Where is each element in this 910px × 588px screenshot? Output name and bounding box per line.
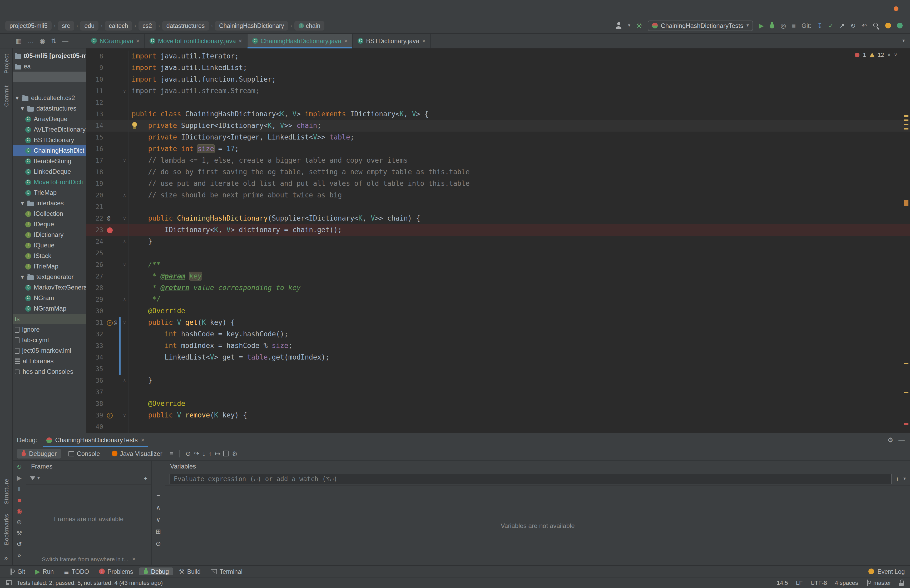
line-number[interactable]: 36 xyxy=(86,375,105,386)
tree-item[interactable]: CNGramMap xyxy=(13,303,86,314)
step-over-icon[interactable]: ↷ xyxy=(194,450,199,457)
prev-problem-icon[interactable]: ∧ xyxy=(887,52,891,57)
code-line[interactable]: 26∨ /** xyxy=(86,259,910,271)
tree-item[interactable]: CMarkovTextGenera xyxy=(13,282,86,293)
rerun-icon[interactable]: ↻ xyxy=(16,464,22,470)
tree-item[interactable]: IITrieMap xyxy=(13,261,86,271)
line-number[interactable]: 24 xyxy=(86,236,105,247)
line-number[interactable]: 35 xyxy=(86,363,105,375)
editor-tab[interactable]: CBSTDictionary.java× xyxy=(353,34,431,48)
show-watches-icon[interactable]: ⊙ xyxy=(156,541,161,547)
code-line[interactable]: 40 xyxy=(86,421,910,433)
update-project-icon[interactable]: ↧ xyxy=(817,23,822,29)
line-number[interactable]: 31 xyxy=(86,317,105,328)
line-number[interactable]: 15 xyxy=(86,132,105,143)
hide-panel-icon[interactable]: — xyxy=(62,38,68,44)
add-icon[interactable]: + xyxy=(144,475,147,481)
code-line[interactable]: 32 int hashCode = key.hashCode(); xyxy=(86,328,910,340)
line-number[interactable]: 20 xyxy=(86,189,105,201)
toolwindow-button-git[interactable]: Git xyxy=(5,568,29,575)
editor-tab[interactable]: CNGram.java× xyxy=(86,34,145,48)
move-down-icon[interactable]: ∨ xyxy=(156,516,161,523)
tree-item[interactable]: CTrieMap xyxy=(13,187,86,198)
close-icon[interactable]: × xyxy=(136,38,139,44)
tree-item[interactable]: ignore xyxy=(13,324,86,335)
breadcrumb-item[interactable]: fchain xyxy=(294,21,325,30)
fold-marker[interactable]: ∨ xyxy=(121,317,128,328)
annotation-gutter-icon[interactable]: @ xyxy=(107,213,110,224)
status-message[interactable]: Tests failed: 2, passed: 5, not started:… xyxy=(17,580,163,586)
line-number[interactable]: 34 xyxy=(86,352,105,363)
tree-item[interactable]: CMoveToFrontDicti xyxy=(13,177,86,187)
code-line[interactable]: 19 // use put and iterate old list and p… xyxy=(86,178,910,189)
tree-item[interactable]: IIDeque xyxy=(13,219,86,229)
stripe-item-commit[interactable]: Commit xyxy=(3,85,9,107)
code-line[interactable]: 11∨import java.util.stream.Stream; xyxy=(86,85,910,97)
show-execution-point-icon[interactable]: ⊙ xyxy=(186,450,191,457)
line-number[interactable]: 8 xyxy=(86,50,105,62)
caret-position[interactable]: 14:5 xyxy=(777,580,788,586)
history-icon[interactable]: ↻ xyxy=(850,23,856,29)
tree-item[interactable]: ject05-markov.iml xyxy=(13,345,86,356)
line-number[interactable]: 25 xyxy=(86,247,105,259)
indent-size[interactable]: 4 spaces xyxy=(835,580,858,586)
code-line[interactable]: 23 IDictionary<K, V> dictionary = chain.… xyxy=(86,224,910,236)
intention-bulb-icon[interactable] xyxy=(132,120,140,132)
breadcrumb-item[interactable]: edu xyxy=(80,21,99,30)
toolwindow-button-debug[interactable]: Debug xyxy=(139,567,173,575)
tree-item[interactable]: ea xyxy=(13,61,86,72)
breadcrumb-item[interactable]: caltech xyxy=(105,21,133,30)
code-line[interactable]: 9import java.util.LinkedList; xyxy=(86,62,910,74)
remove-icon[interactable]: − xyxy=(157,492,160,499)
step-into-icon[interactable]: ↓ xyxy=(202,450,206,457)
fold-marker[interactable]: ∧ xyxy=(121,294,128,305)
code-line[interactable]: 17∨ // lambda <= 1, else, create a bigge… xyxy=(86,155,910,166)
line-number[interactable]: 13 xyxy=(86,108,105,120)
collapse-all-icon[interactable]: ⇅ xyxy=(51,38,57,44)
filter-funnel-icon[interactable] xyxy=(30,477,35,480)
line-number[interactable]: 38 xyxy=(86,398,105,410)
next-problem-icon[interactable]: ∨ xyxy=(894,52,897,57)
code-line[interactable]: 10import java.util.function.Supplier; xyxy=(86,74,910,85)
commit-check-icon[interactable]: ✓ xyxy=(828,23,834,29)
override-gutter-icon[interactable]: ↑ xyxy=(107,412,113,418)
code-line[interactable]: 31↑@∨ public V get(K key) { xyxy=(86,317,910,328)
close-icon[interactable]: × xyxy=(422,38,426,44)
code-line[interactable]: 13public class ChainingHashDictionary<K,… xyxy=(86,108,910,120)
tree-arrow-icon[interactable]: ▾ xyxy=(20,105,25,111)
tree-item[interactable]: CIterableString xyxy=(13,156,86,166)
code-line[interactable]: 29∧ */ xyxy=(86,294,910,305)
settings-icon[interactable]: ⚙ xyxy=(232,450,238,457)
code-line[interactable]: 28 * @return value corresponding to key xyxy=(86,282,910,294)
line-number[interactable]: 11 xyxy=(86,85,105,97)
git-branch-widget[interactable]: master xyxy=(866,580,891,586)
breadcrumb-item[interactable]: cs2 xyxy=(138,21,156,30)
tree-item[interactable]: CArrayDeque xyxy=(13,114,86,124)
line-number[interactable]: 29 xyxy=(86,294,105,305)
fold-marker[interactable]: ∨ xyxy=(121,85,128,97)
event-log-button[interactable]: Event Log xyxy=(868,568,905,575)
code-line[interactable]: 25 xyxy=(86,247,910,259)
tree-item[interactable]: IICollection xyxy=(13,208,86,219)
status-dot-icon[interactable] xyxy=(897,23,903,28)
run-icon[interactable]: ▶ xyxy=(759,23,764,29)
step-out-icon[interactable]: ↑ xyxy=(209,450,212,457)
tree-item[interactable]: ts xyxy=(13,314,86,324)
debug-bug-icon[interactable] xyxy=(769,22,775,29)
chevron-down-icon[interactable]: ▾ xyxy=(628,23,630,28)
line-number[interactable]: 30 xyxy=(86,305,105,317)
resume-icon[interactable]: ▶ xyxy=(17,475,22,481)
code-line[interactable]: 8import java.util.Iterator; xyxy=(86,50,910,62)
settings-gear-icon[interactable]: ⚙ xyxy=(887,437,893,443)
code-line[interactable]: 15 private IDictionary<Integer, LinkedLi… xyxy=(86,132,910,143)
code-line[interactable]: 22@∨ public ChainingHashDictionary(Suppl… xyxy=(86,213,910,224)
coverage-icon[interactable]: ◎ xyxy=(781,23,786,29)
stripe-item-project[interactable]: Project xyxy=(3,54,9,74)
tree-item[interactable]: CAVLTreeDictionary xyxy=(13,124,86,135)
notification-icon[interactable] xyxy=(885,23,891,28)
line-number[interactable]: 39 xyxy=(86,410,105,421)
line-number[interactable]: 12 xyxy=(86,97,105,108)
breadcrumb-item[interactable]: datastructures xyxy=(162,21,209,30)
fold-marker[interactable]: ∨ xyxy=(121,155,128,166)
push-arrow-icon[interactable]: ↗ xyxy=(839,23,845,29)
